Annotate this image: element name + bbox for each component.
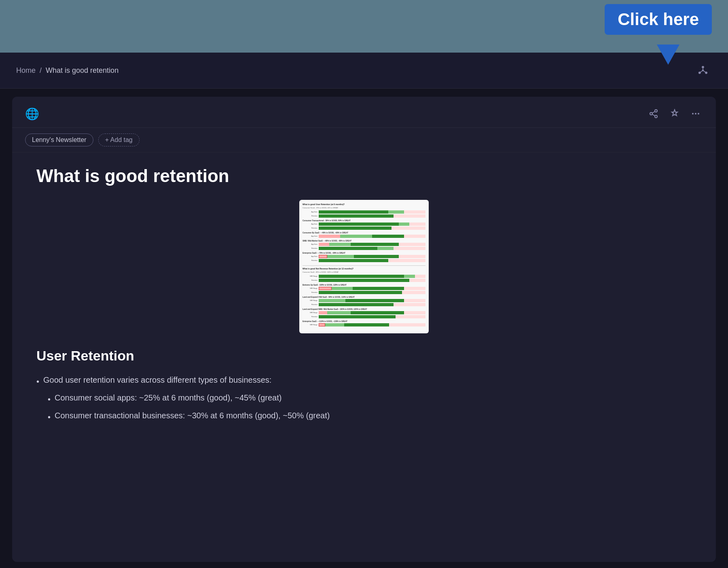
svg-line-11	[652, 112, 655, 113]
svg-line-5	[700, 71, 703, 72]
breadcrumb-home[interactable]: Home	[16, 66, 36, 75]
bullet-dot: •	[48, 411, 51, 424]
share-button[interactable]	[646, 106, 661, 121]
bullet-text: Consumer transactional businesses: ~30% …	[55, 409, 330, 422]
svg-point-14	[698, 113, 699, 114]
globe-icon: 🌐	[25, 107, 39, 121]
top-banner: Click here	[0, 0, 728, 53]
svg-point-8	[650, 112, 652, 115]
arrow-down-indicator	[657, 45, 679, 65]
bullet-dot: •	[48, 393, 51, 406]
list-item: • Good user retention varies across diff…	[36, 372, 692, 390]
add-tag-button[interactable]: + Add tag	[98, 134, 140, 146]
bullet-dot: •	[36, 375, 39, 388]
svg-point-9	[655, 115, 657, 118]
bullet-text: Consumer social apps: ~25% at 6 months (…	[55, 391, 281, 404]
nav-icons	[694, 61, 712, 79]
svg-point-12	[692, 113, 694, 114]
pin-button[interactable]	[667, 106, 682, 121]
content-area: 🌐	[12, 97, 716, 562]
bullet-text: Good user retention varies across differ…	[43, 373, 271, 386]
article-image-container: What is good User Retention (at 6 months…	[36, 200, 692, 333]
nav-bar: Home / What is good retention	[0, 53, 728, 89]
tags-row: Lenny's Newsletter + Add tag	[12, 128, 716, 153]
tag-lennys-newsletter[interactable]: Lenny's Newsletter	[25, 134, 93, 146]
main-app: Home / What is good retention 🌐	[0, 53, 728, 568]
more-button[interactable]	[688, 106, 703, 121]
svg-line-10	[652, 114, 655, 116]
header-actions	[646, 106, 703, 121]
svg-point-0	[702, 66, 704, 68]
content-header: 🌐	[12, 97, 716, 128]
svg-point-7	[655, 110, 657, 112]
retention-chart-image[interactable]: What is good User Retention (at 6 months…	[299, 200, 429, 333]
section-title-user-retention: User Retention	[36, 348, 692, 364]
breadcrumb-current: What is good retention	[46, 66, 119, 75]
svg-line-6	[704, 71, 706, 72]
article-title: What is good retention	[36, 165, 692, 187]
article-content: What is good retention What is good User…	[12, 153, 716, 441]
list-item: • Consumer transactional businesses: ~30…	[36, 407, 692, 425]
svg-point-13	[695, 113, 696, 114]
breadcrumb-separator: /	[40, 66, 42, 75]
breadcrumb: Home / What is good retention	[16, 66, 119, 75]
list-item: • Consumer social apps: ~25% at 6 months…	[36, 390, 692, 407]
network-button[interactable]	[694, 61, 712, 79]
retention-bullet-list: • Good user retention varies across diff…	[36, 372, 692, 425]
click-here-button[interactable]: Click here	[605, 4, 712, 35]
